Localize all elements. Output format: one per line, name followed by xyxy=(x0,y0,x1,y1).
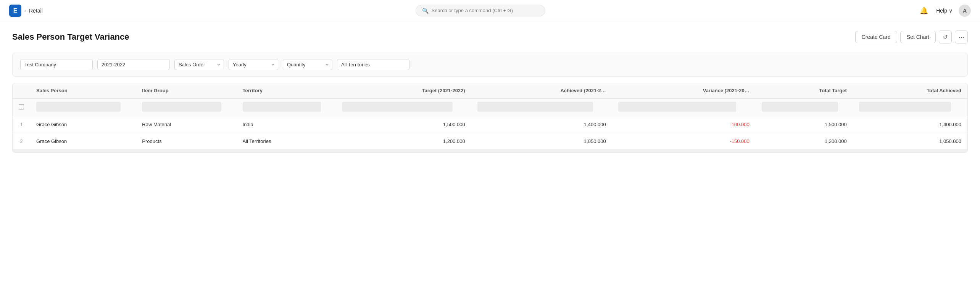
search-bar[interactable]: 🔍 xyxy=(416,5,545,16)
filter-cell-total-achieved xyxy=(853,98,967,116)
refresh-icon: ↺ xyxy=(943,34,948,40)
cell-totaltarget-1: 1,200.000 xyxy=(756,133,853,150)
cell-achieved-0: 1,400.000 xyxy=(471,116,612,133)
period-select-wrapper: Yearly Monthly Quarterly xyxy=(229,59,278,70)
col-header-total-target: Total Target xyxy=(756,83,853,98)
more-options-button[interactable]: ⋯ xyxy=(955,31,968,43)
cell-achieved-1: 1,050.000 xyxy=(471,133,612,150)
period-filter: Yearly Monthly Quarterly xyxy=(229,59,278,70)
table-row[interactable]: 2 Grace Gibson Products All Territories … xyxy=(13,133,967,150)
col-header-achieved: Achieved (2021-2… xyxy=(471,83,612,98)
based-on-filter: Quantity Amount xyxy=(283,59,332,70)
cell-territory-0: India xyxy=(237,116,336,133)
notifications-button[interactable]: 🔔 xyxy=(918,5,930,17)
data-table: Sales Person Item Group Territory Target… xyxy=(12,83,968,153)
col-header-target: Target (2021-2022) xyxy=(336,83,471,98)
nav-breadcrumb-chevron: › xyxy=(24,8,26,13)
cell-salesperson-1: Grace Gibson xyxy=(30,133,136,150)
cell-rownum-0: 1 xyxy=(13,116,30,133)
nav-right: 🔔 Help ∨ A xyxy=(918,5,971,17)
period-select[interactable]: Yearly Monthly Quarterly xyxy=(229,59,278,70)
doctype-filter: Sales Order Sales Invoice xyxy=(174,59,224,70)
header-actions: Create Card Set Chart ↺ ⋯ xyxy=(855,31,968,43)
main-content: Sales Person Target Variance Create Card… xyxy=(0,21,980,162)
territory-input[interactable] xyxy=(337,59,409,70)
cell-target-1: 1,200.000 xyxy=(336,133,471,150)
cell-totaltarget-0: 1,500.000 xyxy=(756,116,853,133)
filter-cell-variance xyxy=(612,98,756,116)
col-header-sales-person: Sales Person xyxy=(30,83,136,98)
col-header-rownum xyxy=(13,83,30,98)
results-table: Sales Person Item Group Territory Target… xyxy=(13,83,967,149)
territory-filter xyxy=(337,59,409,70)
fiscal-year-input[interactable] xyxy=(97,59,170,70)
filter-cell-territory xyxy=(237,98,336,116)
cell-rownum-1: 2 xyxy=(13,133,30,150)
filter-cell-sales-person xyxy=(30,98,136,116)
filter-row: Sales Order Sales Invoice Yearly Monthly… xyxy=(12,53,968,77)
filter-cell-target xyxy=(336,98,471,116)
company-input[interactable] xyxy=(20,59,93,70)
table-row[interactable]: 1 Grace Gibson Raw Material India 1,500.… xyxy=(13,116,967,133)
filter-cell-item-group xyxy=(136,98,236,116)
doctype-select[interactable]: Sales Order Sales Invoice xyxy=(174,59,224,70)
nav-left: E › Retail xyxy=(9,5,43,17)
cell-variance-1: -150.000 xyxy=(612,133,756,150)
more-icon: ⋯ xyxy=(959,34,964,40)
cell-totalach-1: 1,050.000 xyxy=(853,133,967,150)
based-on-select[interactable]: Quantity Amount xyxy=(283,59,332,70)
create-card-button[interactable]: Create Card xyxy=(855,31,897,43)
col-header-item-group: Item Group xyxy=(136,83,236,98)
doctype-select-wrapper: Sales Order Sales Invoice xyxy=(174,59,224,70)
fiscal-year-filter xyxy=(97,59,170,70)
table-filter-row xyxy=(13,98,967,116)
refresh-button[interactable]: ↺ xyxy=(939,31,952,43)
set-chart-button[interactable]: Set Chart xyxy=(900,31,936,43)
search-icon: 🔍 xyxy=(422,8,429,14)
col-header-territory: Territory xyxy=(237,83,336,98)
nav-breadcrumb-title[interactable]: Retail xyxy=(29,8,43,14)
based-on-select-wrapper: Quantity Amount xyxy=(283,59,332,70)
avatar[interactable]: A xyxy=(959,5,971,17)
top-navigation: E › Retail 🔍 🔔 Help ∨ A xyxy=(0,0,980,21)
app-logo[interactable]: E xyxy=(9,5,21,17)
filter-cell-check xyxy=(13,98,30,116)
select-all-checkbox[interactable] xyxy=(19,104,24,109)
nav-center: 🔍 xyxy=(43,5,918,16)
scroll-bar-hint xyxy=(13,149,967,153)
page-header: Sales Person Target Variance Create Card… xyxy=(12,31,968,43)
cell-salesperson-0: Grace Gibson xyxy=(30,116,136,133)
page-title: Sales Person Target Variance xyxy=(12,32,129,42)
search-input[interactable] xyxy=(432,8,539,13)
cell-target-0: 1,500.000 xyxy=(336,116,471,133)
filter-cell-total-target xyxy=(756,98,853,116)
filter-cell-achieved xyxy=(471,98,612,116)
cell-territory-1: All Territories xyxy=(237,133,336,150)
cell-itemgroup-0: Raw Material xyxy=(136,116,236,133)
col-header-total-achieved: Total Achieved xyxy=(853,83,967,98)
table-header-row: Sales Person Item Group Territory Target… xyxy=(13,83,967,98)
company-filter xyxy=(20,59,93,70)
cell-itemgroup-1: Products xyxy=(136,133,236,150)
cell-totalach-0: 1,400.000 xyxy=(853,116,967,133)
cell-variance-0: -100.000 xyxy=(612,116,756,133)
col-header-variance: Variance (2021-20… xyxy=(612,83,756,98)
help-button[interactable]: Help ∨ xyxy=(936,8,953,14)
